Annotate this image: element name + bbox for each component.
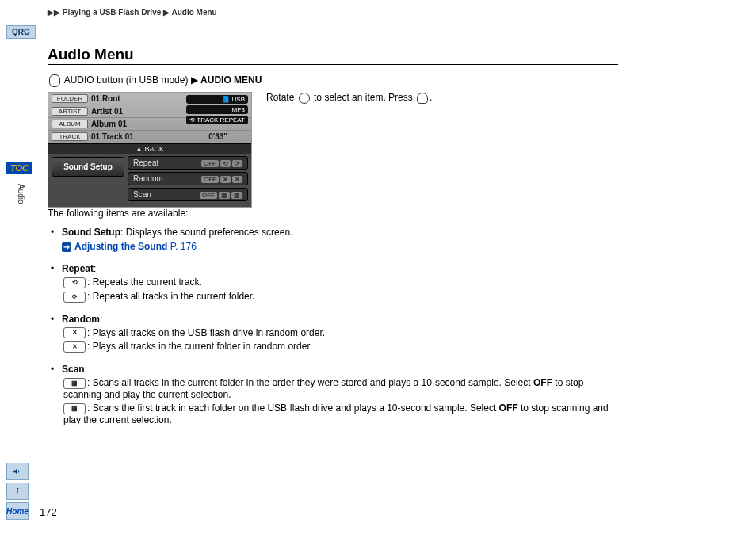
off-label: OFF (533, 377, 552, 388)
device-screenshot: FOLDER01 Root ARTISTArtist 01 ALBUMAlbum… (48, 92, 252, 208)
qrg-tab[interactable]: QRG (6, 25, 36, 39)
text: to select an item. Press (311, 92, 415, 103)
item-title: Random (62, 314, 100, 325)
scan-folder-icon: ▦ (63, 378, 86, 389)
item-random: Random: ✕: Plays all tracks on the USB f… (62, 314, 618, 353)
chevron-right-icon: ▶ (191, 74, 198, 86)
off-icon: OFF (200, 192, 217, 199)
page-number: 172 (40, 506, 57, 518)
artist-label: ARTIST (52, 107, 88, 116)
colon: : (94, 263, 96, 274)
elapsed-time: 0'33" (208, 132, 227, 141)
breadcrumb-current: Audio Menu (171, 8, 216, 17)
item-title: Scan (62, 364, 85, 375)
menu-label: Random (133, 174, 163, 183)
step-pre: AUDIO button (in USB mode) (64, 74, 189, 86)
desc: : Repeats the current track. (87, 277, 202, 288)
repeat-track-icon: ⟲ (220, 160, 231, 167)
link-adjusting-sound[interactable]: Adjusting the Sound P. 176 (74, 241, 197, 252)
repeat-track-icon: ⟲ (63, 277, 86, 288)
repeat-badge: ⟲ TRACK REPEAT (186, 116, 248, 124)
desc: : Plays all tracks in the current folder… (87, 341, 312, 352)
menu-row-random: Random OFF✕✕ (128, 172, 248, 185)
repeat-folder-icon: ⟳ (232, 160, 242, 167)
desc: : Plays all tracks on the USB flash driv… (87, 327, 325, 338)
off-icon: OFF (201, 176, 219, 183)
menu-label: Scan (133, 190, 151, 199)
menu-row-scan: Scan OFF▦▦ (128, 188, 248, 201)
breadcrumb: ▶▶ Playing a USB Flash Drive ▶ Audio Men… (48, 8, 217, 17)
track-label: TRACK (52, 132, 88, 141)
item-title: Repeat (62, 263, 94, 274)
operation-step: AUDIO button (in USB mode) ▶ AUDIO MENU (48, 74, 618, 87)
scan-all-icon: ▦ (231, 192, 242, 199)
item-title: Sound Setup (62, 227, 120, 238)
section-label-audio: Audio (17, 184, 25, 204)
random-all-icon: ✕ (220, 176, 231, 183)
page-title: Audio Menu (48, 46, 618, 65)
breadcrumb-parent[interactable]: Playing a USB Flash Drive (63, 8, 162, 17)
back-label: ▲ BACK (48, 143, 251, 154)
button-icon (49, 74, 60, 87)
desc: : Scans all tracks in the current folder… (87, 377, 533, 388)
voice-help-button[interactable] (6, 463, 29, 480)
press-dial-icon (417, 93, 428, 104)
rotate-dial-icon (299, 93, 310, 104)
usb-badge: 📘 USB (186, 95, 248, 104)
home-button[interactable]: Home (6, 502, 29, 520)
random-folder-icon: ✕ (63, 341, 86, 353)
folder-label: FOLDER (52, 94, 88, 103)
item-repeat: Repeat: ⟲: Repeats the current track. ⟳:… (62, 263, 618, 303)
text: Rotate (266, 92, 297, 103)
random-all-icon: ✕ (63, 327, 86, 338)
toc-tab[interactable]: TOC (6, 162, 32, 174)
voice-icon (12, 466, 23, 477)
off-label: OFF (499, 402, 518, 414)
desc: : Scans the first track in each folder o… (87, 402, 499, 414)
status-badges: 📘 USB MP3 ⟲ TRACK REPEAT (186, 95, 248, 124)
scan-all-icon: ▦ (63, 403, 86, 414)
chevron-right-icon: ▶ (163, 8, 170, 17)
track-value: 01 Track 01 (91, 132, 208, 141)
repeat-folder-icon: ⟳ (63, 292, 86, 303)
random-folder-icon: ✕ (232, 176, 242, 183)
text: . (430, 92, 432, 103)
info-button[interactable]: i (6, 483, 29, 500)
colon: : (100, 314, 102, 325)
chevron-right-icon: ▶▶ (48, 8, 60, 17)
item-sound-setup: Sound Setup: Displays the sound preferen… (62, 227, 618, 252)
step-target: AUDIO MENU (200, 74, 262, 86)
colon: : (85, 364, 87, 375)
off-icon: OFF (201, 160, 219, 167)
menu-row-repeat: Repeat OFF⟲⟳ (128, 156, 248, 170)
item-desc: : Displays the sound preferences screen. (120, 227, 292, 238)
sound-setup-button: Sound Setup (52, 157, 124, 177)
album-label: ALBUM (52, 120, 88, 128)
desc: : Repeats all tracks in the current fold… (87, 291, 254, 302)
intro-text: The following items are available: (48, 208, 618, 219)
item-scan: Scan: ▦: Scans all tracks in the current… (62, 364, 618, 425)
scan-folder-icon: ▦ (219, 192, 230, 199)
link-arrow-icon: ➔ (62, 242, 71, 252)
mp3-badge: MP3 (186, 105, 248, 114)
menu-label: Repeat (133, 158, 158, 167)
